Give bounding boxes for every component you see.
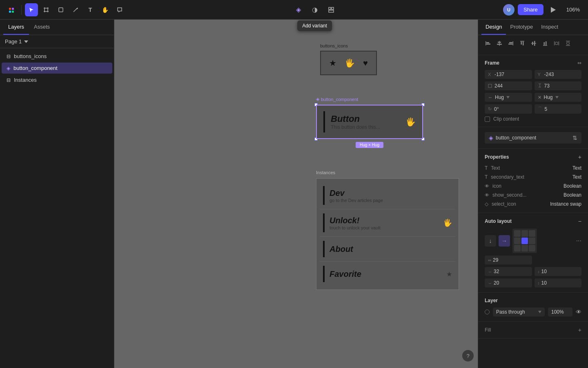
tab-prototype[interactable]: Prototype	[506, 20, 537, 35]
instances-label: Instances	[316, 170, 459, 175]
tab-assets[interactable]: Assets	[29, 20, 55, 35]
tab-design[interactable]: Design	[481, 20, 506, 35]
al-more-button[interactable]: ···	[576, 237, 581, 245]
margin-h-icon: ↔	[488, 281, 492, 285]
align-right-icon[interactable]	[506, 38, 516, 48]
layer-section-panel: Layer Pass through 100% 👁	[478, 293, 588, 322]
prop-value: Text	[572, 174, 581, 180]
align-bottom-icon[interactable]	[540, 38, 550, 48]
component-edit-button[interactable]: ⇅	[572, 135, 577, 141]
hug-y-field[interactable]: ✕ Hug	[535, 93, 582, 102]
prop-icon: 👁 icon Boolean	[485, 182, 581, 190]
add-fill-button[interactable]: +	[578, 327, 581, 333]
component-icon[interactable]: ◈	[292, 3, 305, 16]
text-tool[interactable]: T	[84, 3, 97, 16]
tab-inspect[interactable]: Inspect	[537, 20, 562, 35]
instance-bar	[323, 213, 325, 232]
text-type-icon-2: T	[485, 174, 488, 180]
remove-auto-layout-button[interactable]: −	[578, 218, 581, 224]
y-field[interactable]: Y -243	[535, 70, 582, 79]
align-top-icon[interactable]	[517, 38, 527, 48]
canvas[interactable]: buttons_icons ★ 🖐 ♥ ◈ button_component	[114, 20, 478, 368]
y-value: -243	[544, 72, 554, 77]
hug-x-field[interactable]: ↔ Hug	[485, 93, 532, 102]
clip-content-row[interactable]: Clip content	[485, 116, 581, 122]
pen-tool[interactable]	[69, 3, 82, 16]
button-component-container[interactable]: Button This button does this... 🖐 Hug × …	[316, 105, 423, 139]
layer-item-buttons-icons[interactable]: ⊟ buttons_icons	[2, 51, 112, 62]
y-label: Y	[538, 72, 543, 77]
distribute-h-icon[interactable]	[552, 38, 561, 48]
distribute-v-icon[interactable]	[563, 38, 573, 48]
add-property-button[interactable]: +	[578, 154, 581, 160]
blend-mode-selector[interactable]: Pass through	[493, 307, 545, 316]
prop-value: Boolean	[564, 183, 581, 189]
margin-h-field[interactable]: ↔ 20	[485, 278, 532, 287]
opacity-field[interactable]: 100%	[548, 307, 572, 316]
align-center-v-icon[interactable]	[529, 38, 539, 48]
frame-expand-icon[interactable]: ⇔	[577, 60, 581, 66]
page-selector[interactable]: Page 1	[0, 35, 114, 48]
tab-layers[interactable]: Layers	[3, 20, 29, 35]
alignment-section	[478, 35, 588, 55]
align-center-h-icon[interactable]	[494, 38, 504, 48]
instance-item-dev[interactable]: Dev go to the Dev articles page	[320, 182, 455, 209]
margin-v-value: 10	[541, 280, 547, 286]
instance-item-about[interactable]: About	[320, 237, 455, 262]
align-left-icon[interactable]	[483, 38, 493, 48]
zoom-indicator[interactable]: 106%	[563, 5, 583, 14]
fingerprint-icon: 🖐	[345, 58, 355, 68]
grid-icon: ⊟	[7, 54, 11, 59]
heart-icon: ♥	[363, 58, 368, 68]
frame-tool[interactable]	[40, 3, 53, 16]
h-field[interactable]: 73	[535, 81, 582, 90]
instance-item-unlock[interactable]: Unlock! touch to unlock your vault 🖐	[320, 209, 455, 237]
instance-subtitle: go to the Dev articles page	[330, 198, 383, 203]
svg-rect-29	[531, 43, 536, 44]
layer-item-button-component[interactable]: ◈ button_component	[2, 63, 112, 74]
layout-icon[interactable]	[325, 3, 338, 16]
diamond-type-icon: ◇	[485, 201, 488, 207]
visibility-toggle[interactable]: 👁	[576, 309, 581, 315]
page-name: Page 1	[5, 38, 22, 45]
svg-rect-31	[534, 41, 535, 46]
shape-tool[interactable]	[54, 3, 67, 16]
padding-h-field[interactable]: ↔ 32	[485, 267, 532, 276]
margin-v-field[interactable]: ↕ 10	[535, 278, 582, 287]
instance-bar	[323, 241, 325, 257]
theme-icon[interactable]: ◑	[308, 3, 321, 16]
share-button[interactable]: Share	[518, 4, 543, 15]
help-button[interactable]: ?	[462, 350, 474, 361]
corner-radius-field[interactable]: ⌒ 5	[535, 104, 582, 114]
svg-rect-40	[567, 42, 569, 45]
buttons-icons-frame[interactable]: ★ 🖐 ♥	[320, 51, 377, 75]
instances-box[interactable]: Dev go to the Dev articles page Unlock! …	[316, 178, 459, 290]
al-horizontal-btn[interactable]: →	[499, 235, 510, 247]
prop-text: T Text Text	[485, 164, 581, 172]
text-type-icon: T	[485, 165, 488, 171]
padding-v-field[interactable]: ↕ 10	[535, 267, 582, 276]
svg-rect-18	[486, 42, 489, 43]
gap-field[interactable]: ⇔ 29	[485, 256, 532, 265]
properties-section: Properties + T Text Text T secondary_tex…	[478, 149, 588, 213]
al-vertical-btn[interactable]: ↓	[485, 235, 496, 247]
rotation-field[interactable]: ↻ 0°	[485, 104, 532, 114]
button-text-area: Button This button does this...	[331, 114, 400, 130]
move-tool[interactable]	[25, 3, 38, 16]
layer-item-instances[interactable]: ⊟ Instances	[2, 74, 112, 85]
clip-content-checkbox[interactable]	[485, 117, 490, 122]
menu-tool[interactable]	[5, 3, 18, 16]
comment-tool[interactable]	[113, 3, 126, 16]
al-spacing-grid[interactable]	[512, 229, 537, 253]
svg-rect-21	[498, 42, 501, 43]
clip-content-label: Clip content	[493, 116, 519, 122]
instance-item-favorite[interactable]: Favorite ★	[320, 262, 455, 286]
play-button[interactable]	[547, 3, 560, 16]
eye-type-icon: 👁	[485, 184, 489, 188]
x-field[interactable]: X -137	[485, 70, 532, 79]
prop-value: Text	[572, 165, 581, 171]
prop-value: Boolean	[564, 192, 581, 198]
hand-tool[interactable]: ✋	[98, 3, 111, 16]
component-name-row[interactable]: ◈ button_component ⇅	[485, 132, 581, 144]
w-field[interactable]: 244	[485, 81, 532, 90]
